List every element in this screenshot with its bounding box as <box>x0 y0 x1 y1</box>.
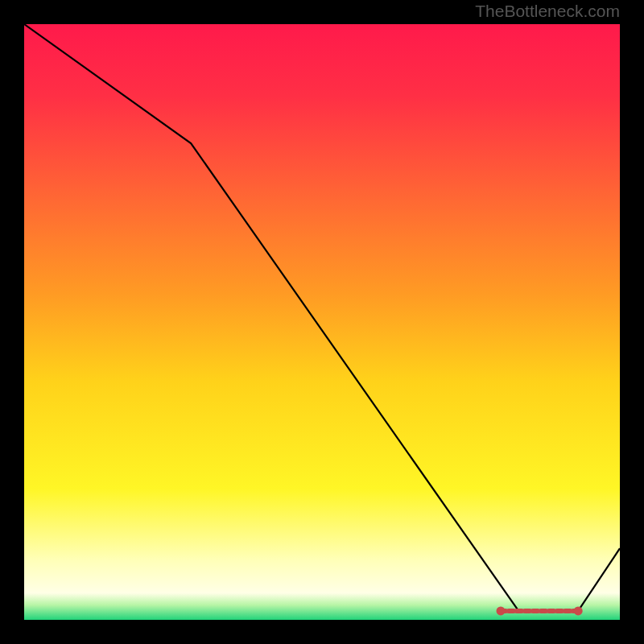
marker-start-dot <box>497 606 506 615</box>
chart-background <box>24 24 620 620</box>
attribution-text: TheBottleneck.com <box>475 2 620 21</box>
chart-container <box>24 24 620 620</box>
bottleneck-chart <box>24 24 620 620</box>
marker-end-dot <box>574 606 583 615</box>
